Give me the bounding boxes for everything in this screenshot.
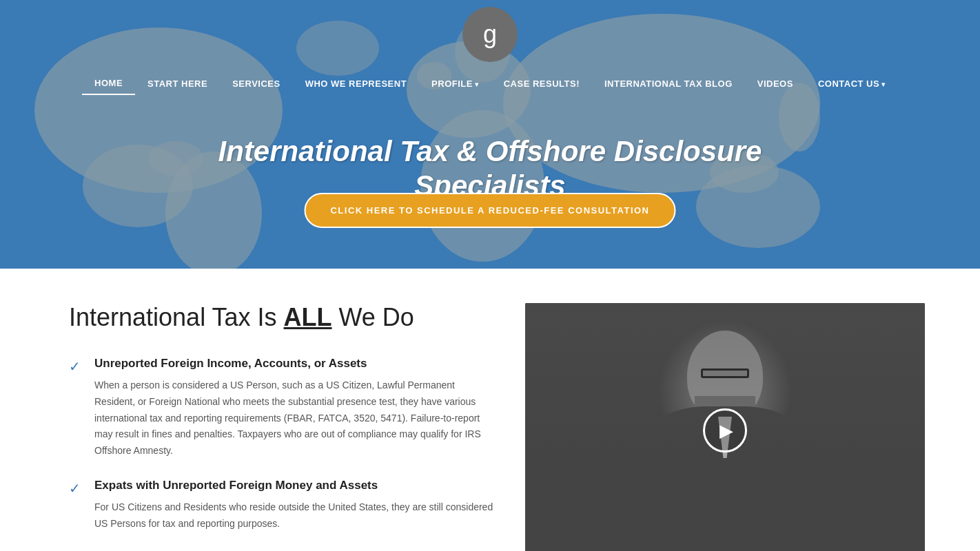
nav-item-videos[interactable]: VIDEOS	[745, 73, 806, 94]
checkmark-icon-1: ✓	[69, 358, 81, 459]
nav-item-start-here[interactable]: START HERE	[135, 73, 220, 94]
main-content: International Tax Is ALL We Do ✓ Unrepor…	[0, 269, 980, 551]
feature-content-1: Unreported Foreign Income, Accounts, or …	[94, 357, 498, 459]
video-thumbnail[interactable]: ▶	[525, 303, 925, 551]
nav-item-international-tax-blog[interactable]: INTERNATIONAL TAX BLOG	[592, 73, 745, 94]
feature-body-1: When a person is considered a US Person,…	[94, 377, 498, 459]
nav-item-home[interactable]: HOME	[82, 72, 135, 95]
section-title-post: We Do	[332, 303, 414, 331]
nav-item-case-results[interactable]: CASE RESULTS!	[491, 73, 592, 94]
section-title-emphasis: ALL	[284, 303, 332, 331]
site-logo[interactable]: g	[462, 7, 518, 62]
feature-title-1: Unreported Foreign Income, Accounts, or …	[94, 357, 498, 371]
main-nav: HOME START HERE SERVICES WHO WE REPRESEN…	[0, 72, 980, 95]
nav-item-services[interactable]: SERVICES	[220, 73, 293, 94]
cta-container: CLICK HERE TO SCHEDULE A REDUCED-FEE CON…	[304, 193, 675, 228]
nav-item-profile[interactable]: PROFILE	[419, 73, 491, 94]
cta-button[interactable]: CLICK HERE TO SCHEDULE A REDUCED-FEE CON…	[304, 193, 675, 228]
hero-section: g HOME START HERE SERVICES WHO WE REPRES…	[0, 0, 980, 269]
nav-item-contact-us[interactable]: CONTACT US	[806, 73, 898, 94]
feature-title-2: Expats with Unreported Foreign Money and…	[94, 479, 498, 492]
right-content: ▶	[525, 303, 925, 551]
logo-letter: g	[483, 20, 497, 49]
feature-item-2: ✓ Expats with Unreported Foreign Money a…	[69, 479, 498, 532]
svg-point-8	[296, 21, 379, 76]
section-title-pre: International Tax Is	[69, 303, 284, 331]
logo-circle: g	[462, 7, 518, 62]
left-content: International Tax Is ALL We Do ✓ Unrepor…	[69, 303, 498, 551]
play-button[interactable]: ▶	[703, 408, 747, 453]
nav-item-who-we-represent[interactable]: WHO WE REPRESENT	[293, 73, 419, 94]
feature-body-2: For US Citizens and Residents who reside…	[94, 499, 498, 532]
feature-content-2: Expats with Unreported Foreign Money and…	[94, 479, 498, 532]
play-icon: ▶	[719, 420, 733, 441]
feature-item-1: ✓ Unreported Foreign Income, Accounts, o…	[69, 357, 498, 459]
section-title: International Tax Is ALL We Do	[69, 303, 498, 332]
checkmark-icon-2: ✓	[69, 480, 81, 532]
